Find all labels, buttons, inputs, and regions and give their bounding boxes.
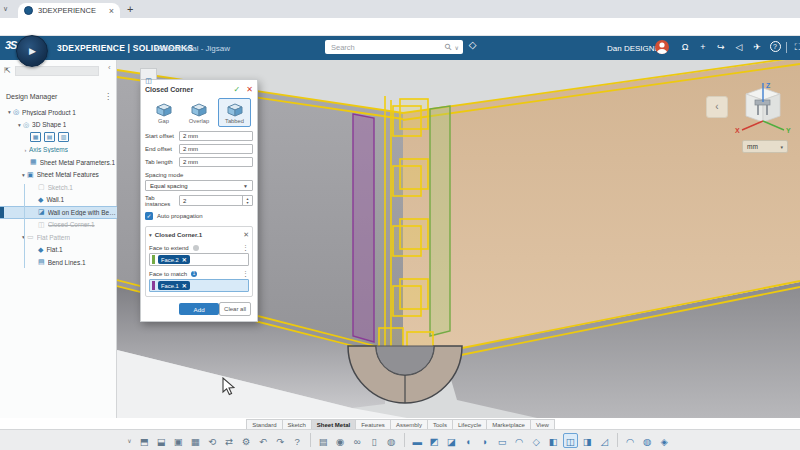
- recognize-icon[interactable]: ◈: [657, 433, 672, 448]
- apps-launcher-icon[interactable]: ✈: [748, 39, 766, 55]
- tree-item-sheet-metal-parameters-1[interactable]: ▦Sheet Metal Parameters.1: [0, 156, 117, 169]
- section-expander-icon[interactable]: ▾: [149, 232, 152, 238]
- tab-instances-input[interactable]: 2 ▴ ▾: [179, 195, 253, 206]
- tag-icon[interactable]: ◇: [468, 42, 479, 50]
- display-panel-icon[interactable]: ▤: [316, 433, 331, 448]
- spacing-mode-select[interactable]: Equal spacing ▼: [145, 180, 253, 191]
- units-dropdown[interactable]: mm ▾: [742, 140, 788, 153]
- tree-item-sketch-1[interactable]: ▢Sketch.1: [0, 181, 117, 194]
- shape-badge-icon[interactable]: ▦: [30, 132, 41, 142]
- stamp-icon[interactable]: ◇: [529, 433, 544, 448]
- ribbon-tab-standard[interactable]: Standard: [246, 419, 282, 429]
- expander-icon[interactable]: ▾: [20, 172, 27, 178]
- end-offset-input[interactable]: 2 mm: [179, 144, 253, 154]
- toolbar-collapse-icon[interactable]: ∨: [127, 437, 131, 444]
- fullscreen-icon[interactable]: ⛶: [789, 39, 800, 55]
- face-to-match-highlight[interactable]: [353, 114, 374, 342]
- 3dexperience-compass[interactable]: ▶: [16, 35, 48, 67]
- face1-chip[interactable]: Face.1 ✕: [158, 281, 190, 290]
- refresh-icon[interactable]: ⟲: [205, 433, 220, 448]
- expander-icon[interactable]: ▾: [16, 122, 23, 128]
- tree-item-flat-1[interactable]: ◆Flat.1: [0, 244, 117, 257]
- swym-share-icon[interactable]: ◁: [730, 39, 748, 55]
- tree-item-physical-product-1[interactable]: ▾◎Physical Product 1: [0, 106, 117, 119]
- corner-type-overlap-button[interactable]: Overlap: [183, 98, 216, 127]
- view-cube[interactable]: Z X Y: [733, 80, 793, 140]
- undo-icon[interactable]: ↶: [256, 433, 271, 448]
- save-with-options-icon[interactable]: ▦: [188, 433, 203, 448]
- flange-icon[interactable]: ◠: [512, 433, 527, 448]
- open-content-icon[interactable]: ⬓: [154, 433, 169, 448]
- tree-item-wall-on-edge-with-bend-1[interactable]: ◪Wall on Edge with Bend.1: [0, 206, 117, 219]
- expander-icon[interactable]: ▾: [6, 109, 13, 115]
- dialog-ok-icon[interactable]: ✓: [234, 85, 241, 94]
- auto-propagation-checkbox[interactable]: ✓: [145, 212, 153, 220]
- tree-item-closed-corner-1[interactable]: ◫Closed Corner.1: [0, 219, 117, 232]
- ambience-icon[interactable]: ∞: [350, 433, 365, 448]
- save-icon[interactable]: ▣: [171, 433, 186, 448]
- notifications-bell-icon[interactable]: Ω: [676, 39, 694, 55]
- panel-search-bar[interactable]: [15, 66, 99, 76]
- hem-icon[interactable]: ◗: [478, 433, 493, 448]
- match-options-icon[interactable]: ⋮: [242, 270, 249, 278]
- start-offset-input[interactable]: 2 mm: [179, 131, 253, 141]
- tree-item-bend-lines-1[interactable]: ▤Bend Lines.1: [0, 256, 117, 269]
- wall-on-edge-icon[interactable]: ◩: [427, 433, 442, 448]
- shape-badge-icon[interactable]: ▥: [58, 132, 69, 142]
- panel-menu-icon[interactable]: ⋮: [104, 92, 112, 101]
- ribbon-tab-marketplace[interactable]: Marketplace: [486, 419, 531, 429]
- new-content-icon[interactable]: ⬒: [137, 433, 152, 448]
- tree-badges-row[interactable]: ▦▤▥: [0, 131, 117, 144]
- corner-relief-icon[interactable]: ◨: [580, 433, 595, 448]
- break-corner-icon[interactable]: ◿: [597, 433, 612, 448]
- globe-icon[interactable]: ◍: [384, 433, 399, 448]
- exchange-icon[interactable]: ⇄: [222, 433, 237, 448]
- spinner-control[interactable]: ▴ ▾: [242, 196, 252, 205]
- tree-mode-icon[interactable]: ⇱: [4, 66, 11, 75]
- ribbon-tab-assembly[interactable]: Assembly: [390, 419, 428, 429]
- dialog-tab[interactable]: ◫: [140, 68, 157, 79]
- add-button[interactable]: Add: [179, 303, 219, 315]
- flat-hem-icon[interactable]: ▭: [495, 433, 510, 448]
- share-forward-icon[interactable]: ↪: [712, 39, 730, 55]
- chip-remove-icon[interactable]: ✕: [182, 282, 187, 289]
- add-content-icon[interactable]: +: [694, 39, 712, 55]
- face-to-match-field[interactable]: Face.1 ✕: [149, 279, 249, 292]
- unfold-icon[interactable]: ◍: [640, 433, 655, 448]
- user-avatar[interactable]: [655, 40, 669, 54]
- chip-remove-icon[interactable]: ✕: [182, 256, 187, 263]
- tree-item-wall-1[interactable]: ◆Wall.1: [0, 194, 117, 207]
- tree-item-axis-systems[interactable]: ›Axis Systems: [0, 144, 117, 157]
- ribbon-tab-view[interactable]: View: [530, 419, 555, 429]
- shape-badge-icon[interactable]: ▤: [44, 132, 55, 142]
- panel-collapse-icon[interactable]: ‹: [108, 63, 111, 72]
- redo-icon[interactable]: ↷: [273, 433, 288, 448]
- tree-item-3d-shape-1[interactable]: ▾◎3D Shape 1: [0, 119, 117, 132]
- face-to-extend-highlight[interactable]: [430, 106, 450, 336]
- clear-all-button[interactable]: Clear all: [219, 302, 251, 316]
- face-to-extend-field[interactable]: Face.2 ✕: [149, 253, 249, 266]
- wall-icon[interactable]: ▬: [410, 433, 425, 448]
- tab-close-icon[interactable]: ×: [109, 6, 114, 16]
- tab-length-input[interactable]: 2 mm: [179, 157, 253, 167]
- help-icon[interactable]: ?: [290, 433, 305, 448]
- search-input[interactable]: [329, 42, 445, 53]
- tree-item-sheet-metal-features[interactable]: ▾▣Sheet Metal Features: [0, 169, 117, 182]
- expander-icon[interactable]: ›: [22, 147, 29, 153]
- dialog-close-icon[interactable]: ✕: [246, 85, 253, 94]
- hem-open-icon[interactable]: ◖: [461, 433, 476, 448]
- ribbon-tab-sketch[interactable]: Sketch: [282, 419, 312, 429]
- face2-chip[interactable]: Face.2 ✕: [158, 255, 190, 264]
- tab-search-chevron-icon[interactable]: ∨: [3, 5, 8, 13]
- closed-corner-icon[interactable]: ◫: [563, 433, 578, 448]
- ribbon-tab-lifecycle[interactable]: Lifecycle: [452, 419, 487, 429]
- settings-gear-icon[interactable]: ⚙: [239, 433, 254, 448]
- collaborate-icon[interactable]: ◉: [333, 433, 348, 448]
- global-search[interactable]: ⚲ ∨: [325, 40, 463, 54]
- swept-wall-icon[interactable]: ◪: [444, 433, 459, 448]
- search-caret-icon[interactable]: ∨: [455, 44, 459, 51]
- ribbon-tab-features[interactable]: Features: [355, 419, 391, 429]
- ribbon-tab-tools[interactable]: Tools: [427, 419, 453, 429]
- corner-type-gap-button[interactable]: Gap: [147, 98, 180, 127]
- browser-tab[interactable]: 3DEXPERIENCE ×: [18, 3, 120, 18]
